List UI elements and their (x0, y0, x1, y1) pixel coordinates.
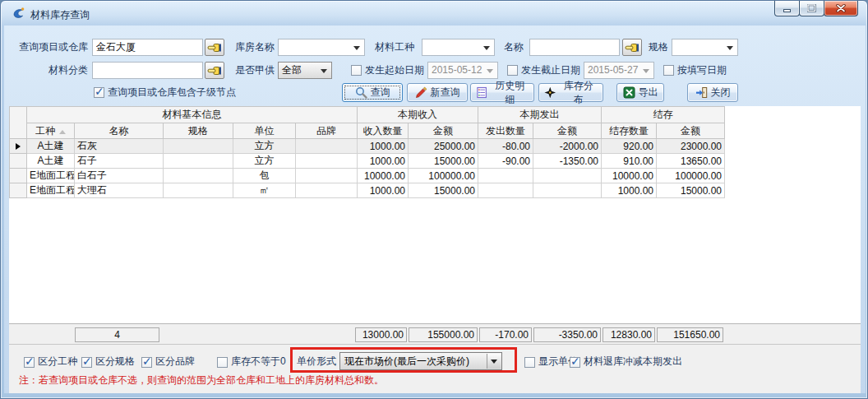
table-cell[interactable] (478, 169, 533, 183)
project-picker-button[interactable] (205, 39, 224, 56)
history-detail-button[interactable]: 历史明细 (470, 83, 534, 102)
column-header[interactable]: 规格 (164, 123, 233, 139)
row-selector[interactable] (10, 183, 27, 198)
row-selector[interactable] (10, 154, 27, 169)
table-cell[interactable]: 立方 (233, 139, 296, 154)
show-price-checkbox[interactable] (524, 357, 535, 368)
start-date-picker[interactable]: 2015-05-12 (427, 62, 498, 79)
table-cell[interactable] (478, 183, 533, 198)
return-offset-checkbox[interactable] (570, 357, 580, 368)
table-cell[interactable]: -90.00 (478, 154, 533, 169)
table-cell[interactable]: E地面工程 (27, 183, 75, 198)
table-cell[interactable]: 石灰 (75, 139, 164, 154)
end-date-checkbox[interactable] (507, 65, 518, 76)
table-cell[interactable]: 石子 (75, 154, 164, 169)
table-cell[interactable] (296, 154, 358, 169)
minimize-button[interactable] (774, 1, 800, 16)
table-cell[interactable]: 立方 (233, 154, 296, 169)
close-form-button[interactable]: 关闭 (687, 83, 738, 102)
table-cell[interactable] (296, 169, 358, 183)
table-cell[interactable]: 10000.00 (602, 169, 657, 183)
table-cell[interactable]: ㎡ (233, 183, 296, 198)
table-cell[interactable]: -1350.00 (533, 154, 602, 169)
table-cell[interactable]: 15000.00 (657, 183, 725, 198)
table-cell[interactable]: 1000.00 (358, 139, 409, 154)
pointing-hand-icon (625, 42, 639, 53)
column-header[interactable]: 金额 (657, 123, 725, 139)
export-button[interactable]: 导出 (616, 83, 664, 102)
distinguish-brand-checkbox[interactable] (141, 357, 152, 368)
column-header[interactable]: 收入数量 (358, 123, 409, 139)
material-name-picker-button[interactable] (622, 39, 642, 56)
stock-nonzero-checkbox[interactable] (217, 357, 228, 368)
table-cell[interactable]: 1000.00 (358, 183, 409, 198)
row-selector[interactable] (10, 169, 27, 183)
worktype-combobox[interactable] (422, 39, 495, 56)
table-row[interactable]: E地面工程大理石㎡1000.0015000.001000.0015000.00 (10, 183, 725, 198)
table-cell[interactable]: -80.00 (478, 139, 533, 154)
new-query-button[interactable]: 新查询 (407, 83, 468, 102)
warehouse-combobox[interactable] (278, 39, 365, 56)
table-cell[interactable]: A土建 (27, 139, 75, 154)
table-row[interactable]: A土建石灰立方1000.0025000.00-80.00-2000.00920.… (10, 139, 725, 154)
table-cell[interactable]: 15000.00 (409, 183, 478, 198)
table-cell[interactable] (164, 183, 233, 198)
column-header[interactable]: 金额 (409, 123, 478, 139)
row-selector[interactable] (10, 139, 27, 154)
stock-distribution-button[interactable]: 库存分布 (538, 83, 603, 102)
table-row[interactable]: A土建石子立方1000.0015000.00-90.00-1350.00910.… (10, 154, 725, 169)
table-cell[interactable]: 1000.00 (602, 183, 657, 198)
table-cell[interactable]: -2000.00 (533, 139, 602, 154)
table-cell[interactable] (164, 169, 233, 183)
table-cell[interactable]: 包 (233, 169, 296, 183)
table-cell[interactable]: 白石子 (75, 169, 164, 183)
table-cell[interactable] (533, 183, 602, 198)
fill-date-checkbox[interactable] (663, 65, 674, 76)
table-cell[interactable] (164, 154, 233, 169)
column-header[interactable]: 品牌 (296, 123, 358, 139)
column-header[interactable]: 单位 (233, 123, 296, 139)
category-input[interactable] (92, 62, 203, 79)
column-header[interactable]: 金额 (533, 123, 602, 139)
table-cell[interactable]: 100000.00 (409, 169, 478, 183)
include-children-checkbox[interactable] (94, 87, 104, 98)
table-cell[interactable] (296, 183, 358, 198)
table-cell[interactable]: 920.00 (602, 139, 657, 154)
table-cell[interactable] (533, 169, 602, 183)
supply-combobox[interactable]: 全部 (278, 62, 332, 79)
column-header[interactable]: 名称 (75, 123, 164, 139)
table-cell[interactable]: E地面工程 (27, 169, 75, 183)
material-name-input[interactable] (529, 39, 620, 56)
close-button[interactable] (824, 1, 858, 16)
table-cell[interactable]: 100000.00 (657, 169, 725, 183)
price-mode-combobox[interactable]: 现在市场价(最后一次采购价) (339, 352, 502, 370)
maximize-icon (807, 4, 816, 12)
column-header[interactable]: 结存数量 (602, 123, 657, 139)
table-cell[interactable] (164, 139, 233, 154)
start-date-checkbox[interactable] (351, 65, 362, 76)
chevron-down-icon[interactable] (487, 354, 501, 369)
category-picker-button[interactable] (205, 62, 224, 79)
table-cell[interactable]: 1000.00 (358, 154, 409, 169)
table-cell[interactable]: A土建 (27, 154, 75, 169)
distinguish-spec-label: 区分规格 (95, 353, 135, 370)
table-cell[interactable] (296, 139, 358, 154)
table-cell[interactable]: 15000.00 (409, 154, 478, 169)
spec-combobox[interactable] (672, 39, 738, 56)
table-row[interactable]: E地面工程白石子包10000.00100000.0010000.00100000… (10, 169, 725, 183)
column-header[interactable]: 发出数量 (478, 123, 533, 139)
table-cell[interactable]: 大理石 (75, 183, 164, 198)
maximize-button[interactable] (799, 1, 824, 16)
project-input[interactable] (92, 39, 203, 56)
table-cell[interactable]: 910.00 (602, 154, 657, 169)
column-header[interactable]: 工种 (27, 123, 75, 139)
end-date-picker[interactable]: 2015-05-27 (584, 62, 654, 79)
table-cell[interactable]: 23000.00 (657, 139, 725, 154)
distinguish-spec-checkbox[interactable] (81, 357, 92, 368)
table-cell[interactable]: 25000.00 (409, 139, 478, 154)
table-cell[interactable]: 10000.00 (358, 169, 409, 183)
table-cell[interactable]: 13650.00 (657, 154, 725, 169)
query-button[interactable]: 查询 (342, 83, 403, 102)
pointing-hand-icon (207, 42, 222, 53)
distinguish-worktype-checkbox[interactable] (24, 357, 35, 368)
